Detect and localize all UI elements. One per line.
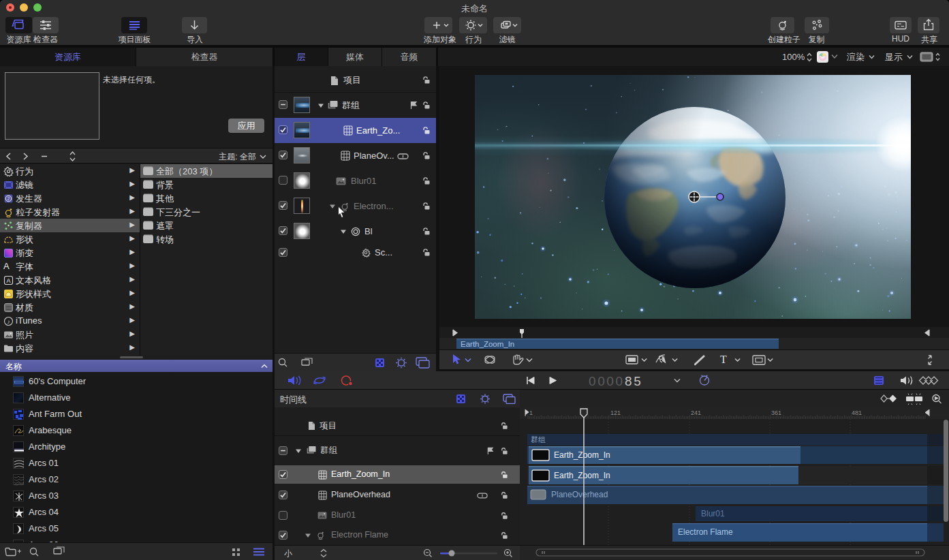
svg-text:T: T [720,354,727,365]
svg-text:481: 481 [852,409,862,416]
svg-text:241: 241 [691,409,701,416]
svg-text:♪: ♪ [7,319,10,325]
svg-text:Earth_Zoom_In: Earth_Zoom_In [461,340,514,348]
svg-text:Electron Flame: Electron Flame [678,527,733,537]
svg-text:1: 1 [529,409,533,416]
svg-text:Earth_Zoom_In: Earth_Zoom_In [554,450,610,460]
svg-text:群组: 群组 [531,435,546,444]
svg-text:85: 85 [625,374,642,388]
svg-text:0000: 0000 [589,374,625,388]
svg-text:Blur01: Blur01 [701,509,725,518]
svg-text:361: 361 [771,409,781,416]
svg-text:A: A [6,277,10,284]
svg-text:121: 121 [610,409,621,416]
svg-text:2: 2 [7,196,10,201]
svg-text:Earth_Zoom_In: Earth_Zoom_In [554,471,610,480]
svg-text:PlaneOverhead: PlaneOverhead [551,490,608,499]
